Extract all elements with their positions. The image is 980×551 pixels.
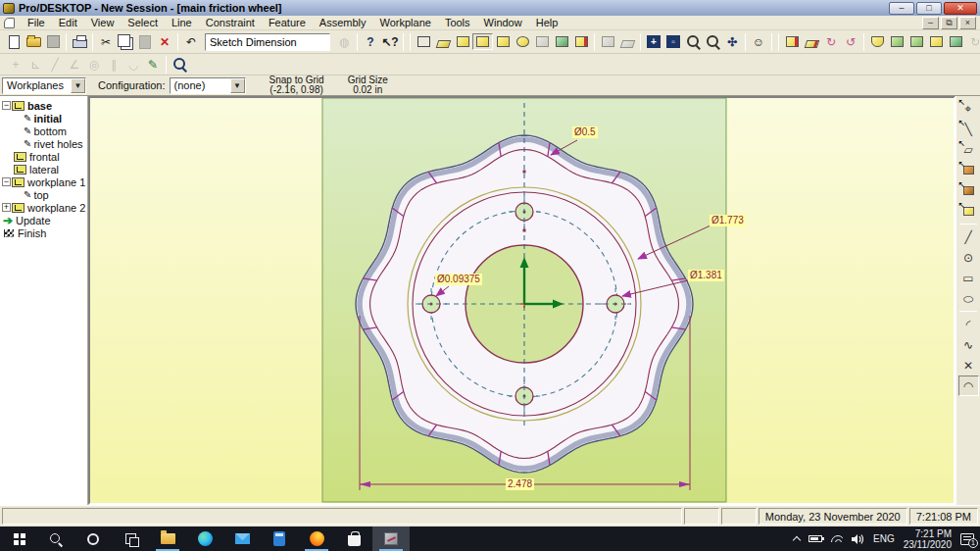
update-feature-button[interactable]: ↻ — [965, 32, 980, 52]
expand-icon[interactable]: + — [2, 203, 11, 212]
tree-item-finish[interactable]: Finish — [0, 226, 87, 239]
collapse-icon[interactable]: − — [2, 177, 11, 186]
smiley-button[interactable]: ☺ — [749, 32, 768, 52]
view-section-button[interactable] — [571, 32, 591, 52]
loft-button[interactable] — [946, 32, 965, 52]
select-solid-button[interactable] — [958, 160, 979, 180]
new-button[interactable] — [4, 32, 24, 52]
menu-tools[interactable]: Tools — [438, 16, 477, 29]
menu-assembly[interactable]: Assembly — [313, 16, 373, 29]
menu-line[interactable]: Line — [165, 16, 199, 29]
copy-button[interactable] — [116, 32, 135, 52]
menu-edit[interactable]: Edit — [52, 16, 84, 29]
close-button[interactable]: ✕ — [944, 2, 977, 15]
sketch-drawing[interactable] — [90, 98, 954, 503]
file-explorer-button[interactable] — [149, 526, 186, 551]
sweep-button[interactable] — [926, 32, 946, 52]
arc-tool-button[interactable]: ◜ — [958, 314, 979, 334]
circle-tool-button[interactable]: ⊙ — [958, 247, 979, 268]
task-view-button[interactable] — [112, 526, 149, 551]
view-enhanced-button[interactable] — [513, 32, 532, 52]
menu-feature[interactable]: Feature — [262, 16, 313, 29]
sketch-point[interactable] — [523, 229, 526, 232]
taskbar-search-button[interactable] — [37, 526, 74, 551]
spline-tool-button[interactable]: ∿ — [958, 334, 979, 355]
view-extra2-button[interactable] — [617, 32, 637, 52]
tree-item-workplane-2[interactable]: + workplane 2 — [0, 201, 87, 214]
battery-icon[interactable] — [808, 535, 822, 542]
tree-item-bottom[interactable]: ✎ bottom — [0, 125, 87, 137]
select-face-button[interactable] — [958, 180, 979, 201]
select-workplane-button[interactable]: ▱ — [958, 139, 979, 160]
maximize-button[interactable]: □ — [916, 2, 942, 15]
sketch-pencil-button[interactable]: ✎ — [143, 55, 163, 75]
tree-item-frontal[interactable]: frontal — [0, 150, 87, 163]
save-button[interactable] — [43, 32, 63, 52]
tangent-constraint-button[interactable]: ◡ — [123, 55, 143, 75]
cortana-button[interactable] — [74, 526, 112, 551]
view-hidden-button[interactable] — [532, 32, 552, 52]
zoom-out-button[interactable] — [703, 32, 722, 52]
select-line-button[interactable]: ╲ — [958, 119, 979, 139]
pan-button[interactable]: ✣ — [722, 32, 742, 52]
calculator-button[interactable] — [261, 526, 298, 551]
inspect-button[interactable] — [170, 55, 189, 75]
tray-chevron-icon[interactable] — [793, 536, 801, 544]
sketch-dimension-field[interactable] — [205, 33, 330, 51]
prodesktop-taskbar-button[interactable] — [372, 526, 410, 551]
delete-button[interactable]: ✕ — [155, 32, 174, 52]
mdi-minimize-button[interactable]: – — [922, 17, 939, 29]
menu-window[interactable]: Window — [477, 16, 529, 29]
view-plane-button[interactable] — [552, 32, 571, 52]
menu-file[interactable]: File — [21, 16, 52, 29]
tree-item-top[interactable]: ✎ top — [0, 188, 87, 201]
sketch-point[interactable] — [523, 171, 526, 174]
menu-help[interactable]: Help — [529, 16, 565, 29]
taskbar-clock[interactable]: 7:21 PM 23/11/2020 — [904, 528, 952, 550]
notification-center-icon[interactable]: 1 — [960, 533, 974, 545]
mdi-restore-button[interactable]: ⧉ — [941, 17, 957, 29]
extrude-button[interactable] — [867, 32, 887, 52]
view-wireframe-button[interactable] — [414, 32, 433, 52]
revolve-button[interactable] — [906, 32, 926, 52]
menu-workplane[interactable]: Workplane — [372, 16, 437, 29]
minimize-button[interactable]: – — [889, 2, 914, 15]
tree-item-update[interactable]: ➔ Update — [0, 214, 87, 226]
speaker-icon[interactable] — [852, 533, 864, 545]
cut-button[interactable]: ✂ — [96, 32, 116, 52]
rotate-view-button[interactable]: ↻ — [821, 32, 841, 52]
dimension-label-width[interactable]: 2.478 — [506, 478, 534, 490]
dimension-label-outer[interactable]: Ø1.773 — [710, 215, 746, 226]
tree-item-rivet-holes[interactable]: ✎ rivet holes — [0, 137, 87, 150]
new-workplane-button[interactable] — [802, 32, 821, 52]
view-extra1-button[interactable] — [598, 32, 617, 52]
rectangle-tool-button[interactable]: ▭ — [958, 268, 979, 288]
drawing-canvas[interactable]: Ø0.5 Ø1.773 Ø1.381 Ø0.09375 2.478 — [88, 96, 956, 505]
menu-view[interactable]: View — [84, 16, 122, 29]
dimension-label-lobe[interactable]: Ø0.5 — [572, 126, 598, 138]
dimension-label-bolt[interactable]: Ø1.381 — [688, 270, 724, 281]
menu-constraint[interactable]: Constraint — [199, 16, 262, 29]
perpendicular-constraint-button[interactable]: ⊾ — [25, 55, 45, 75]
combo-arrow-icon[interactable]: ▼ — [71, 78, 85, 93]
view-shaded-button[interactable] — [493, 32, 513, 52]
project-button[interactable] — [887, 32, 906, 52]
help-button[interactable]: ? — [361, 32, 380, 52]
configuration-combobox[interactable]: (none) ▼ — [170, 77, 246, 94]
wifi-icon[interactable] — [831, 535, 843, 542]
menu-select[interactable]: Select — [121, 16, 165, 29]
dimension-lock-button[interactable]: ◍ — [334, 32, 354, 52]
select-tool-button[interactable]: ⌖ — [958, 98, 979, 119]
edge-button[interactable] — [186, 526, 223, 551]
combo-arrow-icon[interactable]: ▼ — [230, 78, 245, 93]
collapse-icon[interactable]: − — [2, 101, 11, 110]
tree-item-initial[interactable]: ✎ initial — [0, 112, 87, 125]
mail-button[interactable] — [223, 526, 261, 551]
paste-button[interactable] — [135, 32, 155, 52]
dimension-constraint-button[interactable]: + — [6, 55, 25, 75]
trim-tool-button[interactable]: ✕ — [958, 355, 979, 376]
orbit-view-button[interactable]: ↺ — [841, 32, 860, 52]
autoscale-button[interactable]: + — [644, 32, 663, 52]
language-indicator[interactable]: ENG — [873, 533, 895, 544]
zoom-in-button[interactable] — [683, 32, 703, 52]
